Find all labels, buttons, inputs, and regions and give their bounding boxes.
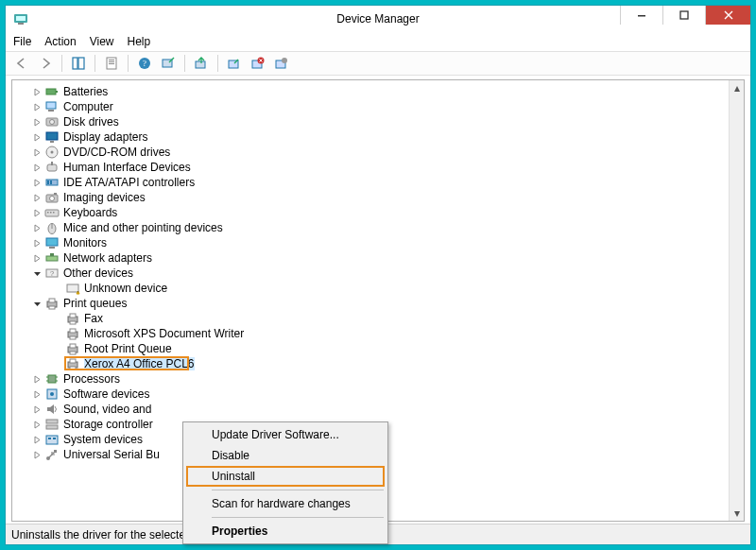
expand-icon[interactable] bbox=[31, 131, 43, 143]
tree-item[interactable]: Xerox A4 Office PCL6 bbox=[12, 356, 729, 371]
app-icon bbox=[13, 11, 28, 26]
expand-icon[interactable] bbox=[31, 222, 43, 233]
tree-item[interactable]: Sound, video and bbox=[12, 402, 729, 417]
tree-item-label: Batteries bbox=[63, 85, 108, 98]
toolbar-show-hide-button[interactable] bbox=[68, 53, 89, 74]
toolbar-forward-button[interactable] bbox=[35, 53, 56, 74]
expand-icon[interactable] bbox=[31, 434, 43, 445]
context-menu-item[interactable]: Update Driver Software... bbox=[185, 424, 386, 445]
cpu-icon bbox=[44, 371, 60, 387]
expand-icon[interactable] bbox=[31, 116, 43, 128]
expand-icon[interactable] bbox=[31, 86, 43, 97]
svg-rect-30 bbox=[47, 164, 57, 171]
menu-file[interactable]: File bbox=[13, 35, 31, 48]
svg-rect-55 bbox=[49, 306, 55, 309]
printer-icon bbox=[65, 341, 80, 356]
system-icon bbox=[44, 432, 60, 447]
tree-item[interactable]: Disk drives bbox=[12, 114, 729, 129]
tree-item[interactable]: Human Interface Devices bbox=[12, 160, 729, 175]
context-menu-item[interactable]: Scan for hardware changes bbox=[185, 493, 386, 514]
svg-rect-45 bbox=[49, 247, 55, 249]
tree-item-label: Sound, video and bbox=[63, 403, 151, 416]
context-menu-item[interactable]: Uninstall bbox=[185, 466, 386, 487]
menu-action[interactable]: Action bbox=[44, 35, 76, 48]
expand-icon[interactable] bbox=[31, 252, 43, 264]
scroll-down-arrow[interactable]: ▾ bbox=[730, 506, 744, 521]
svg-marker-75 bbox=[47, 404, 54, 414]
tree-item-label: Other devices bbox=[63, 266, 133, 280]
tree-item[interactable]: Fax bbox=[12, 311, 729, 326]
close-button[interactable] bbox=[705, 6, 750, 25]
printer-icon bbox=[65, 326, 80, 341]
expand-icon[interactable] bbox=[31, 177, 43, 188]
svg-rect-44 bbox=[46, 238, 58, 246]
tree-item-label: Keyboards bbox=[63, 206, 117, 219]
toolbar-legacy-button[interactable] bbox=[271, 53, 292, 74]
maximize-button[interactable] bbox=[662, 6, 705, 25]
context-menu-item[interactable]: Properties bbox=[185, 521, 386, 541]
tree-item[interactable]: IDE ATA/ATAPI controllers bbox=[12, 175, 729, 190]
svg-rect-3 bbox=[638, 15, 645, 17]
menu-view[interactable]: View bbox=[90, 35, 114, 48]
expand-icon[interactable] bbox=[31, 449, 43, 460]
svg-text:!: ! bbox=[77, 290, 78, 295]
svg-rect-54 bbox=[49, 299, 55, 302]
tree-item[interactable]: Display adapters bbox=[12, 129, 729, 145]
expand-icon[interactable] bbox=[31, 373, 43, 385]
svg-rect-40 bbox=[50, 212, 52, 214]
tree-item[interactable]: Microsoft XPS Document Writer bbox=[12, 326, 729, 341]
tree-item[interactable]: Network adapters bbox=[12, 250, 729, 266]
collapse-icon[interactable] bbox=[31, 298, 43, 309]
cdrom-icon bbox=[44, 145, 60, 160]
scroll-up-arrow[interactable]: ▴ bbox=[730, 80, 744, 95]
expand-icon[interactable] bbox=[31, 192, 43, 203]
tree-item[interactable]: Processors bbox=[12, 371, 729, 387]
minimize-button[interactable] bbox=[620, 6, 662, 25]
expand-icon[interactable] bbox=[31, 146, 43, 158]
tree-item-label: Network adapters bbox=[63, 251, 152, 265]
tree-item[interactable]: Computer bbox=[12, 99, 729, 114]
tree-item[interactable]: ?Other devices bbox=[12, 266, 729, 281]
toolbar-properties-button[interactable] bbox=[101, 53, 122, 74]
tree-item-label: Microsoft XPS Document Writer bbox=[84, 327, 244, 340]
toolbar-scan-button[interactable] bbox=[158, 53, 179, 74]
svg-rect-77 bbox=[46, 425, 58, 429]
titlebar[interactable]: Device Manager bbox=[6, 6, 750, 32]
keyboard-icon bbox=[44, 205, 60, 220]
expand-icon[interactable] bbox=[31, 419, 43, 430]
expand-icon[interactable] bbox=[31, 404, 43, 415]
expand-icon[interactable] bbox=[31, 101, 43, 112]
toolbar-help-button[interactable]: ? bbox=[134, 53, 155, 74]
tree-item-label: Fax bbox=[84, 312, 103, 325]
expand-icon[interactable] bbox=[31, 162, 43, 173]
tree-item[interactable]: Mice and other pointing devices bbox=[12, 220, 729, 235]
svg-rect-9 bbox=[109, 61, 114, 62]
toolbar-back-button[interactable] bbox=[11, 53, 32, 74]
menu-help[interactable]: Help bbox=[128, 35, 151, 48]
collapse-icon[interactable] bbox=[31, 267, 43, 279]
toolbar-update-driver-button[interactable] bbox=[191, 53, 212, 74]
expand-icon[interactable] bbox=[31, 207, 43, 218]
svg-rect-14 bbox=[196, 61, 205, 68]
svg-rect-67 bbox=[70, 367, 76, 370]
tree-item[interactable]: Print queues bbox=[12, 296, 729, 311]
expand-icon[interactable] bbox=[31, 237, 43, 249]
tree-item[interactable]: Software devices bbox=[12, 387, 729, 402]
tree-item[interactable]: DVD/CD-ROM drives bbox=[12, 145, 729, 160]
svg-rect-23 bbox=[48, 110, 54, 112]
expand-icon[interactable] bbox=[31, 388, 43, 400]
toolbar-uninstall-button[interactable] bbox=[248, 53, 268, 74]
tree-item[interactable]: Root Print Queue bbox=[12, 341, 729, 356]
tree-item[interactable]: Imaging devices bbox=[12, 190, 729, 205]
tree-item[interactable]: Monitors bbox=[12, 235, 729, 250]
toolbar-enable-button[interactable] bbox=[224, 53, 245, 74]
tree-item[interactable]: Batteries bbox=[12, 84, 729, 99]
vertical-scrollbar[interactable]: ▴ ▾ bbox=[729, 80, 744, 521]
tree-item[interactable]: !Unknown device bbox=[12, 281, 729, 296]
tree-item-label: DVD/CD-ROM drives bbox=[63, 146, 170, 159]
svg-rect-2 bbox=[18, 23, 24, 25]
mouse-icon bbox=[44, 220, 60, 235]
tree-item[interactable]: Keyboards bbox=[12, 205, 729, 220]
context-menu-item[interactable]: Disable bbox=[185, 445, 386, 466]
printer-icon bbox=[65, 311, 80, 326]
